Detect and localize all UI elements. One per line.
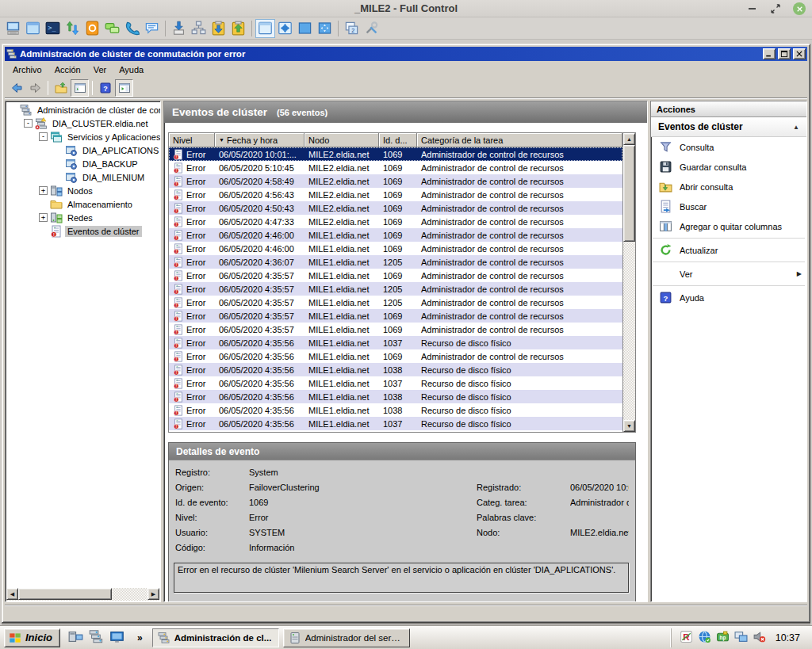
tree-horizontal-scrollbar[interactable]: ◀ ▶: [6, 588, 159, 601]
host-tool-window-solid[interactable]: [295, 19, 315, 38]
host-tool-message-bubble[interactable]: [142, 19, 162, 38]
table-row[interactable]: !Error06/05/2020 4:46:00MILE1.eldia.net1…: [169, 242, 622, 255]
host-tool-tools[interactable]: [362, 19, 381, 38]
app-minimize-button[interactable]: [763, 48, 776, 59]
start-button[interactable]: Inicio: [4, 628, 60, 647]
table-row[interactable]: !Error06/05/2020 4:50:43MILE2.eldia.net1…: [169, 201, 622, 215]
host-tool-window-expand[interactable]: [275, 19, 295, 38]
action-ver[interactable]: Ver▶: [651, 264, 806, 284]
host-tool-clipboard-down[interactable]: [209, 19, 228, 38]
column-header-nivel[interactable]: Nivel: [169, 133, 215, 147]
table-row[interactable]: !Error06/05/2020 4:35:57MILE1.eldia.net1…: [169, 309, 622, 323]
expand-icon[interactable]: +: [39, 186, 48, 195]
tree-item-redes[interactable]: +Redes: [6, 211, 160, 224]
collapse-icon[interactable]: -: [39, 132, 48, 141]
table-row[interactable]: !Error06/05/2020 4:35:56MILE1.eldia.net1…: [169, 363, 622, 376]
menu-ayuda[interactable]: Ayuda: [113, 63, 150, 77]
table-row[interactable]: !Error06/05/2020 4:35:57MILE1.eldia.net1…: [169, 323, 622, 336]
tree-item-administraci-n-de-cl-ster-de-conmu[interactable]: Administración de clúster de conmu: [6, 103, 160, 116]
scroll-right-button[interactable]: ▶: [147, 588, 159, 600]
tray-network-monitor[interactable]: [734, 630, 748, 645]
action-guardar-consulta[interactable]: Guardar consulta: [651, 157, 806, 177]
table-row[interactable]: !Error06/05/2020 5:10:45MILE2.eldia.net1…: [169, 161, 622, 174]
scroll-left-button[interactable]: ◀: [6, 588, 18, 600]
table-row[interactable]: !Error06/05/2020 4:35:56MILE1.eldia.net1…: [169, 390, 622, 403]
quick-launch-cluster-servers[interactable]: [89, 629, 104, 646]
toolbar-help-blue[interactable]: ?: [96, 79, 114, 97]
menu-acci-n[interactable]: Acción: [48, 63, 87, 77]
column-header-fecha-y-hora[interactable]: ▼Fecha y hora: [215, 133, 304, 147]
column-header-id-d[interactable]: Id. d...: [379, 133, 417, 147]
tray-network-globe[interactable]: [698, 630, 711, 645]
table-row[interactable]: !Error06/05/2020 4:35:56MILE1.eldia.net1…: [169, 417, 622, 430]
action-buscar[interactable]: Buscar: [651, 197, 806, 216]
table-row[interactable]: !Error06/05/2020 10:01:...MILE2.eldia.ne…: [169, 147, 622, 161]
host-tool-window-blue[interactable]: [23, 19, 43, 38]
table-vertical-scrollbar[interactable]: ▲ ▼: [622, 133, 635, 432]
host-tool-chat-bubbles[interactable]: [102, 19, 122, 38]
host-tool-transfer-arrows[interactable]: [63, 19, 82, 38]
scroll-thumb[interactable]: [18, 588, 112, 600]
table-row[interactable]: !Error06/05/2020 4:35:56MILE1.eldia.net1…: [169, 336, 622, 349]
tree-item-almacenamiento[interactable]: Almacenamiento: [6, 197, 160, 211]
host-tool-terminal[interactable]: >_: [43, 19, 63, 38]
scroll-track[interactable]: [112, 588, 147, 601]
tree-item-dia-aplications[interactable]: DIA_APLICATIONS: [6, 143, 160, 157]
host-tool-window-normal[interactable]: [255, 19, 275, 38]
tray-vnc-r[interactable]: R: [680, 630, 693, 645]
toolbar-export-folder[interactable]: [52, 79, 70, 97]
task-administraci-n-de-cl[interactable]: Administración de cl...: [152, 628, 279, 647]
action-abrir-consulta[interactable]: Abrir consulta: [651, 177, 806, 197]
tree-item-eventos-de-cl-ster[interactable]: !Eventos de clúster: [6, 224, 160, 238]
scroll-thumb[interactable]: [623, 145, 635, 242]
toolbar-arrow-forward[interactable]: [26, 79, 44, 97]
action-ayuda[interactable]: ?Ayuda: [651, 288, 806, 307]
host-tool-file-download[interactable]: [169, 19, 189, 38]
menu-ver[interactable]: Ver: [87, 63, 113, 77]
table-row[interactable]: !Error06/05/2020 4:35:56MILE1.eldia.net1…: [169, 403, 622, 417]
host-minimize-button[interactable]: [745, 2, 758, 15]
table-row[interactable]: !Error06/05/2020 4:35:57MILE1.eldia.net1…: [169, 269, 622, 282]
action-agregar-o-quitar-columnas[interactable]: Agregar o quitar columnas: [651, 216, 806, 236]
expand-icon[interactable]: +: [39, 213, 48, 222]
tree-item-dia-milenium[interactable]: DIA_MILENIUM: [6, 170, 160, 184]
toolbar-action-pane[interactable]: [115, 79, 133, 97]
table-row[interactable]: !Error06/05/2020 4:36:07MILE1.eldia.net1…: [169, 255, 622, 269]
collapse-icon[interactable]: -: [24, 119, 33, 128]
tray-volume-muted[interactable]: [753, 630, 766, 645]
column-header-nodo[interactable]: Nodo: [304, 133, 379, 147]
quick-launch-server-remote[interactable]: [68, 629, 83, 646]
table-row[interactable]: !Error06/05/2020 4:58:49MILE2.eldia.net1…: [169, 174, 622, 188]
scroll-up-button[interactable]: ▲: [623, 133, 635, 145]
app-close-button[interactable]: [793, 48, 806, 59]
host-tool-ctrl-alt-del[interactable]: [82, 19, 102, 38]
table-row[interactable]: !Error06/05/2020 4:35:57MILE1.eldia.net1…: [169, 282, 622, 296]
tree-item-nodos[interactable]: +Nodos: [6, 184, 160, 197]
host-tool-network-nodes[interactable]: [189, 19, 209, 38]
host-tool-clipboard-up[interactable]: [228, 19, 248, 38]
collapse-arrow-icon[interactable]: ▲: [793, 124, 799, 131]
action-actualizar[interactable]: Actualizar: [651, 240, 806, 260]
scroll-track[interactable]: [623, 242, 635, 420]
actions-group-header[interactable]: Eventos de clúster ▲: [651, 117, 806, 137]
quick-launch-show-desktop[interactable]: [109, 629, 124, 646]
host-close-button[interactable]: [793, 2, 806, 15]
tree-item-dia-cluster-eldia-net[interactable]: -DIA_CLUSTER.eldia.net: [6, 116, 160, 130]
action-consulta[interactable]: Consulta: [651, 137, 806, 157]
tree-item-dia-backup[interactable]: DIA_BACKUP: [6, 157, 160, 170]
task-administrador-del-servidor[interactable]: Administrador del servidor: [283, 628, 410, 647]
toolbar-console-tree[interactable]: [71, 79, 89, 97]
menu-archivo[interactable]: Archivo: [6, 63, 48, 77]
table-row[interactable]: !Error06/05/2020 4:35:57MILE1.eldia.net1…: [169, 296, 622, 309]
quick-launch-overflow[interactable]: »: [132, 632, 147, 643]
host-tool-window-fit[interactable]: [315, 19, 335, 38]
column-header-categor-a-de-la-tarea[interactable]: Categoría de la tarea: [417, 133, 622, 147]
table-row[interactable]: !Error06/05/2020 4:46:00MILE1.eldia.net1…: [169, 228, 622, 242]
tray-hp-agent[interactable]: hp: [716, 630, 730, 645]
table-row[interactable]: !Error06/05/2020 4:35:56MILE1.eldia.net1…: [169, 376, 622, 390]
tree-item-servicios-y-aplicaciones[interactable]: -Servicios y Aplicaciones: [6, 130, 160, 143]
scroll-down-button[interactable]: ▼: [623, 420, 635, 432]
app-maximize-button[interactable]: [778, 48, 791, 59]
table-row[interactable]: !Error06/05/2020 4:47:33MILE2.eldia.net1…: [169, 215, 622, 228]
toolbar-arrow-back[interactable]: [7, 79, 25, 97]
